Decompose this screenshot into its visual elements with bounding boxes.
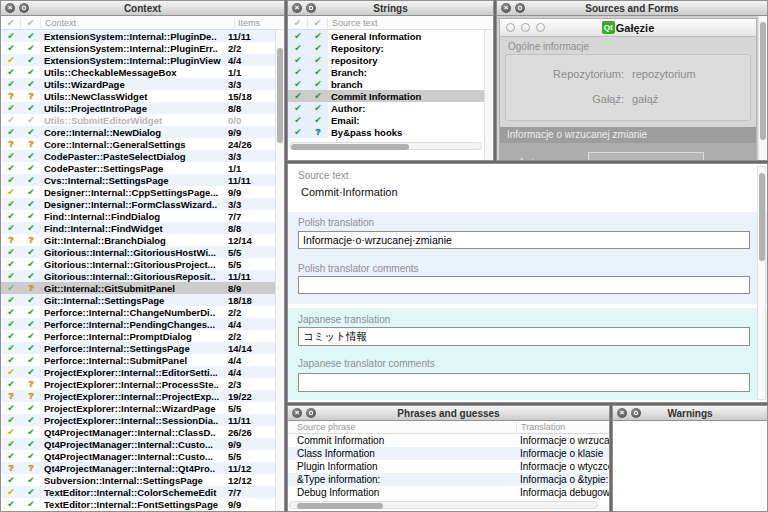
table-row[interactable]: ✔✔Email: <box>288 114 484 126</box>
yellow-check-icon: ✔ <box>1 186 21 198</box>
items-count: 5/5 <box>225 451 275 462</box>
phrases-horizontal-scrollbar[interactable] <box>289 501 598 509</box>
strings-vertical-scrollbar[interactable] <box>484 30 493 160</box>
table-row[interactable]: ✔✔Utils::WizardPage3/3 <box>1 78 275 90</box>
table-row[interactable]: ✔✔Designer::Internal::CppSettingsPage...… <box>1 186 275 198</box>
table-row[interactable]: ✔✔ProjectExplorer::Internal::EditorSetti… <box>1 366 275 378</box>
table-row[interactable]: ✔✔ProjectExplorer::Internal::SessionDia.… <box>1 414 275 426</box>
float-dock-icon[interactable] <box>19 3 29 13</box>
table-row[interactable]: ✔✔Perforce::Internal::SettingsPage14/14 <box>1 342 275 354</box>
items-count: 2/2 <box>225 43 275 54</box>
table-row[interactable]: ✔✔repository <box>288 54 484 66</box>
scrollbar-thumb[interactable] <box>297 503 383 509</box>
accepted-column-icon: ✔ <box>1 18 21 28</box>
table-row[interactable]: ✔✔ExtensionSystem::Internal::PluginView4… <box>1 54 275 66</box>
japanese-comments-input[interactable] <box>298 373 750 392</box>
table-row[interactable]: ✔✔Find::Internal::FindWidget8/8 <box>1 222 275 234</box>
table-row[interactable]: ✔✔Branch: <box>288 66 484 78</box>
green-check-icon: ✔ <box>1 198 21 210</box>
table-row[interactable]: ✔✔TextEditor::Internal::ColorSchemeEdit7… <box>1 486 275 498</box>
strings-list-header[interactable]: ✔ ✔ Source text <box>288 16 493 30</box>
table-row[interactable]: ✔✔Perforce::Internal::SubmitPanel4/4 <box>1 354 275 366</box>
table-row[interactable]: ??Git::Internal::BranchDialog12/14 <box>1 234 275 246</box>
table-row[interactable]: ✔?Git::Internal::GitSubmitPanel8/9 <box>1 282 275 294</box>
float-dock-icon[interactable] <box>515 3 525 13</box>
table-row[interactable]: ??ProjectExplorer::Internal::ProjectExp.… <box>1 390 275 402</box>
table-row[interactable]: Class InformationInformacje o klasie <box>288 447 609 460</box>
items-count: 26/26 <box>225 427 275 438</box>
table-row[interactable]: ✔✔Perforce::Internal::ChangeNumberDi..2/… <box>1 306 275 318</box>
polish-translation-input[interactable] <box>298 231 750 249</box>
sources-vertical-scrollbar[interactable] <box>758 16 767 160</box>
context-name: CodePaster::PasteSelectDialog <box>41 151 225 162</box>
close-dock-icon[interactable]: × <box>292 3 302 13</box>
table-row[interactable]: ✔✔Cvs::Internal::SettingsPage11/11 <box>1 174 275 186</box>
table-row[interactable]: ✔✔Find::Internal::FindDialog7/7 <box>1 210 275 222</box>
table-row[interactable]: ✔✔Commit Information <box>288 90 484 102</box>
table-row[interactable]: ✔?ProjectExplorer::Internal::ProcessSte.… <box>1 378 275 390</box>
scrollbar-thumb[interactable] <box>759 173 765 261</box>
table-row[interactable]: ✔✔Subversion::Internal::SettingsPage12/1… <box>1 474 275 486</box>
author-field[interactable] <box>588 152 704 161</box>
float-dock-icon[interactable] <box>306 408 316 418</box>
table-row[interactable]: ✔✔branch <box>288 78 484 90</box>
green-check-icon: ✔ <box>21 426 41 438</box>
table-row[interactable]: ✔✔Gitorious::Internal::GitoriousProject.… <box>1 258 275 270</box>
table-row[interactable]: ✔✔Utils::SubmitEditorWidget0/0 <box>1 114 275 126</box>
float-dock-icon[interactable] <box>631 408 641 418</box>
items-count: 5/5 <box>225 403 275 414</box>
editor-vertical-scrollbar[interactable] <box>757 166 766 400</box>
table-row[interactable]: ✔✔Perforce::Internal::PromptDialog2/2 <box>1 330 275 342</box>
japanese-translation-input[interactable] <box>298 327 750 346</box>
table-row[interactable]: ✔✔Gitorious::Internal::GitoriousHostWi..… <box>1 246 275 258</box>
table-row[interactable]: ✔✔Designer::Internal::FormClassWizard..3… <box>1 198 275 210</box>
table-row[interactable]: Plugin InformationInformacje o wtyczce <box>288 460 609 473</box>
table-row[interactable]: ✔✔Qt4ProjectManager::Internal::ClassD..2… <box>1 426 275 438</box>
scrollbar-thumb[interactable] <box>291 144 409 150</box>
table-row[interactable]: ✔✔ExtensionSystem::Internal::PluginErr..… <box>1 42 275 54</box>
green-check-icon: ✔ <box>21 294 41 306</box>
items-count: 2/2 <box>225 307 275 318</box>
close-dock-icon[interactable]: × <box>292 408 302 418</box>
table-row[interactable]: ??Core::Internal::GeneralSettings24/26 <box>1 138 275 150</box>
table-row[interactable]: ??Qt4ProjectManager::Internal::Qt4Pro..1… <box>1 462 275 474</box>
table-row[interactable]: ✔✔Perforce::Internal::PendingChanges...4… <box>1 318 275 330</box>
table-row[interactable]: ✔✔CodePaster::SettingsPage1/1 <box>1 162 275 174</box>
translation-editor: Source text Commit·Information Polish tr… <box>287 163 768 403</box>
table-row[interactable]: &Type information:Informacja o &typie: <box>288 473 609 486</box>
polish-comments-input[interactable] <box>298 276 750 294</box>
float-dock-icon[interactable] <box>306 3 316 13</box>
form-window-title: Gałęzie <box>616 22 655 34</box>
table-row[interactable]: ✔✔Utils::ProjectIntroPage8/8 <box>1 102 275 114</box>
table-row[interactable]: ✔?By&pass hooks <box>288 126 484 138</box>
table-row[interactable]: ✔✔Gitorious::Internal::GitoriousReposit.… <box>1 270 275 282</box>
strings-horizontal-scrollbar[interactable] <box>289 142 482 150</box>
table-row[interactable]: ✔✔CodePaster::PasteSelectDialog3/3 <box>1 150 275 162</box>
context-list-header[interactable]: ✔ ✔ Context Items <box>1 16 284 30</box>
green-check-icon: ✔ <box>1 30 21 42</box>
close-dock-icon[interactable]: × <box>501 3 511 13</box>
table-row[interactable]: ✔✔Author: <box>288 102 484 114</box>
close-dock-icon[interactable]: × <box>5 3 15 13</box>
phrases-list-header[interactable]: Source phrase Translation <box>288 421 609 434</box>
table-row[interactable]: ✔✔Git::Internal::SettingsPage18/18 <box>1 294 275 306</box>
table-row[interactable]: ??Utils::NewClassWidget15/18 <box>1 90 275 102</box>
table-row[interactable]: ✔✔Core::Internal::NewDialog9/9 <box>1 126 275 138</box>
table-row[interactable]: Debug InformationInformacja debugowa <box>288 486 609 499</box>
scrollbar-thumb[interactable] <box>277 48 283 143</box>
table-row[interactable]: ✔✔TextEditor::Internal::FontSettingsPage… <box>1 498 275 510</box>
items-count: 9/9 <box>225 499 275 510</box>
green-check-icon: ✔ <box>21 174 41 186</box>
scrollbar-thumb[interactable] <box>760 22 766 140</box>
table-row[interactable]: ✔✔Qt4ProjectManager::Internal::Custo...5… <box>1 450 275 462</box>
items-count: 7/7 <box>225 211 275 222</box>
close-dock-icon[interactable]: × <box>617 408 627 418</box>
table-row[interactable]: ✔✔Qt4ProjectManager::Internal::Custo...9… <box>1 438 275 450</box>
table-row[interactable]: ✔✔ProjectExplorer::Internal::WizardPage5… <box>1 402 275 414</box>
table-row[interactable]: ✔✔Repository: <box>288 42 484 54</box>
table-row[interactable]: ✔✔General Information <box>288 30 484 42</box>
table-row[interactable]: ✔✔Utils::CheckableMessageBox1/1 <box>1 66 275 78</box>
table-row[interactable]: Commit InformationInformacje o wrzucanej… <box>288 434 609 447</box>
table-row[interactable]: ✔✔ExtensionSystem::Internal::PluginDe..1… <box>1 30 275 42</box>
context-vertical-scrollbar[interactable] <box>275 30 284 511</box>
